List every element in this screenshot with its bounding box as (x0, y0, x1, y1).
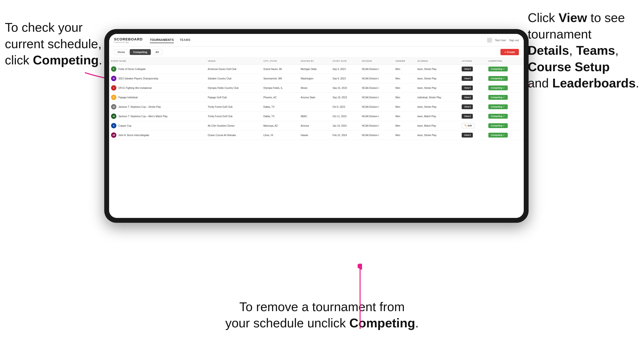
scoring-cell: team, Stroke Play (415, 74, 460, 83)
competing-button[interactable]: Competing ✓ (488, 123, 508, 128)
gender-cell: Men (394, 83, 415, 93)
scoring-cell: team, Stroke Play (415, 64, 460, 74)
view-button[interactable]: View ℹ (462, 114, 473, 119)
competing-cell: Competing ✓ (486, 83, 524, 93)
col-event-name: Event Name (109, 58, 206, 64)
edit-button[interactable]: ✏️ Edit (462, 123, 474, 128)
start-date-cell: Sep 15, 2023 (331, 83, 360, 93)
division-cell: NCAA Division I (360, 112, 394, 121)
city-state-cell: Dallas, TX (262, 112, 299, 121)
annotation-left: To check yourcurrent schedule,click Comp… (5, 19, 102, 68)
annotation-left-bold: Competing (33, 53, 99, 67)
create-button[interactable]: + Create (500, 49, 519, 55)
start-date-cell: Oct 11, 2023 (331, 112, 360, 121)
annotation-right-course: Course Setup (528, 60, 610, 74)
annotation-bottom: To remove a tournament fromyour schedule… (225, 299, 419, 332)
competing-cell: Competing ✓ (486, 93, 524, 102)
gender-cell: Men (394, 121, 415, 131)
view-button[interactable]: View ℹ (462, 76, 473, 81)
table-row: P Papago Individual Papago Golf ClubPhoe… (109, 93, 524, 102)
view-button[interactable]: View ℹ (462, 95, 473, 100)
tab-competing[interactable]: Competing (130, 49, 151, 55)
team-logo: W (111, 76, 116, 81)
scoreboard-logo: SCOREBOARD Powered by clipp (114, 37, 142, 43)
division-cell: NCAA Division I (360, 131, 394, 140)
annotation-left-text: To check yourcurrent schedule,click Comp… (5, 20, 102, 67)
tablet-screen: SCOREBOARD Powered by clipp Tournaments … (109, 34, 524, 218)
actions-cell: View ℹ (460, 74, 486, 83)
team-logo: JB (111, 133, 116, 138)
gender-cell: Men (394, 93, 415, 102)
start-date-cell: Feb 15, 2024 (331, 131, 360, 140)
tab-home[interactable]: Home (114, 49, 129, 55)
competing-button[interactable]: Competing ✓ (488, 67, 508, 71)
team-logo: A (111, 123, 116, 128)
logo-subtitle: Powered by clipp (114, 41, 142, 43)
competing-button[interactable]: Competing ✓ (488, 95, 508, 100)
event-name: Papago Individual (118, 96, 138, 99)
city-state-cell: Olympia Fields, IL (262, 83, 299, 93)
nav-teams[interactable]: Teams (180, 37, 190, 43)
event-name-cell: W 2023 Sahalee Players Championship (109, 74, 206, 83)
table-header-row: Event Name Venue City, State Hosted By S… (109, 58, 524, 64)
annotation-bottom-text: To remove a tournament fromyour schedule… (225, 300, 419, 330)
table-container: Event Name Venue City, State Hosted By S… (109, 58, 524, 218)
venue-cell: Olympia Fields Country Club (206, 83, 262, 93)
competing-cell: Competing ✓ (486, 64, 524, 74)
col-hosted-by: Hosted By (299, 58, 331, 64)
venue-cell: Papago Golf Club (206, 93, 262, 102)
gender-cell: Men (394, 64, 415, 74)
competing-button[interactable]: Competing ✓ (488, 114, 508, 119)
nav-links: Tournaments Teams (150, 37, 487, 43)
view-button[interactable]: View ℹ (462, 133, 473, 138)
sign-out-link[interactable]: Sign out (509, 39, 519, 42)
table-body: F Folds of Honor Collegiate American Dun… (109, 64, 524, 140)
team-logo: P (111, 95, 116, 100)
division-cell: NCAA Division I (360, 93, 394, 102)
start-date-cell: Sep 4, 2023 (331, 64, 360, 74)
hosted-by-cell: Washington (299, 74, 331, 83)
event-name-cell: JS Jackson T. Stephens Cup – Men's Match… (109, 112, 206, 121)
nav-tournaments[interactable]: Tournaments (150, 37, 174, 43)
annotation-bottom-bold: Competing (350, 316, 415, 330)
competing-button[interactable]: Competing ✓ (488, 133, 508, 138)
gender-cell: Men (394, 131, 415, 140)
team-logo: JS (111, 114, 116, 119)
view-button[interactable]: View ℹ (462, 85, 473, 90)
start-date-cell: Oct 9, 2023 (331, 102, 360, 112)
annotation-right: Click View to seetournamentDetails, Team… (528, 10, 639, 92)
gender-cell: Men (394, 74, 415, 83)
actions-cell: View ℹ (460, 93, 486, 102)
filter-tabs: Home Competing All (114, 49, 162, 55)
table-row: W 2023 Sahalee Players Championship Saha… (109, 74, 524, 83)
competing-cell: Competing ✓ (486, 102, 524, 112)
hosted-by-cell: Illinois (299, 83, 331, 93)
col-venue: Venue (206, 58, 262, 64)
event-name: John A. Burns Intercollegiate (118, 134, 149, 137)
logo-title: SCOREBOARD (114, 37, 142, 41)
team-logo: F (111, 66, 116, 72)
actions-cell: View ℹ (460, 131, 486, 140)
event-name: 2023 Sahalee Players Championship (118, 77, 158, 80)
tab-all[interactable]: All (152, 49, 162, 55)
start-date-cell: Sep 18, 2023 (331, 93, 360, 102)
col-scoring: Scoring (415, 58, 460, 64)
header-right: Test User Sign out (487, 38, 519, 43)
city-state-cell: Dallas, TX (262, 102, 299, 112)
competing-button[interactable]: Competing ✓ (488, 104, 508, 109)
actions-cell: View ℹ (460, 83, 486, 93)
competing-button[interactable]: Competing ✓ (488, 76, 508, 81)
gender-cell: Men (394, 112, 415, 121)
view-button[interactable]: View ℹ (462, 67, 473, 71)
competing-cell: Competing ✓ (486, 131, 524, 140)
hosted-by-cell (299, 102, 331, 112)
annotation-right-leaderboards: Leaderboards (552, 76, 636, 90)
col-actions: Actions (460, 58, 486, 64)
app-header: SCOREBOARD Powered by clipp Tournaments … (109, 34, 524, 46)
venue-cell: Trinity Forest Golf Club (206, 112, 262, 121)
venue-cell: American Dunes Golf Club (206, 64, 262, 74)
team-logo: JS (111, 104, 116, 109)
competing-button[interactable]: Competing ✓ (488, 85, 508, 90)
table-row: I OFCC Fighting Illini Invitational Olym… (109, 83, 524, 93)
view-button[interactable]: View ℹ (462, 104, 473, 109)
